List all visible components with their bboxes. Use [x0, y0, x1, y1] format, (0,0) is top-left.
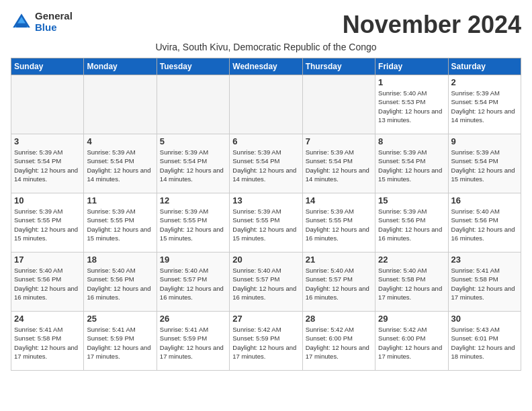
- day-info: Sunrise: 5:39 AM Sunset: 5:55 PM Dayligh…: [306, 207, 372, 242]
- day-info: Sunrise: 5:39 AM Sunset: 5:54 PM Dayligh…: [160, 148, 226, 183]
- calendar-cell: 17Sunrise: 5:40 AM Sunset: 5:56 PM Dayli…: [11, 253, 84, 312]
- day-number: 16: [451, 195, 518, 205]
- day-info: Sunrise: 5:39 AM Sunset: 5:56 PM Dayligh…: [378, 207, 445, 242]
- calendar-cell: 7Sunrise: 5:39 AM Sunset: 5:54 PM Daylig…: [302, 134, 375, 193]
- logo-general: General: [35, 11, 73, 22]
- day-info: Sunrise: 5:40 AM Sunset: 5:56 PM Dayligh…: [14, 266, 81, 302]
- day-number: 7: [306, 136, 372, 146]
- day-number: 13: [232, 195, 299, 205]
- day-info: Sunrise: 5:39 AM Sunset: 5:54 PM Dayligh…: [14, 148, 81, 183]
- calendar-day-header: Sunday: [11, 58, 84, 75]
- calendar-cell: [302, 75, 375, 134]
- day-info: Sunrise: 5:39 AM Sunset: 5:54 PM Dayligh…: [451, 89, 518, 124]
- day-info: Sunrise: 5:39 AM Sunset: 5:54 PM Dayligh…: [232, 148, 299, 183]
- day-info: Sunrise: 5:41 AM Sunset: 5:58 PM Dayligh…: [451, 266, 518, 302]
- calendar-cell: 4Sunrise: 5:39 AM Sunset: 5:54 PM Daylig…: [84, 134, 157, 193]
- day-number: 26: [160, 314, 226, 324]
- calendar-cell: 10Sunrise: 5:39 AM Sunset: 5:55 PM Dayli…: [11, 193, 84, 253]
- day-number: 22: [378, 255, 445, 265]
- calendar-day-header: Thursday: [302, 58, 375, 75]
- day-info: Sunrise: 5:39 AM Sunset: 5:54 PM Dayligh…: [87, 148, 153, 183]
- calendar-cell: 2Sunrise: 5:39 AM Sunset: 5:54 PM Daylig…: [448, 75, 521, 134]
- calendar-cell: 3Sunrise: 5:39 AM Sunset: 5:54 PM Daylig…: [11, 134, 84, 193]
- day-number: 14: [306, 195, 372, 205]
- day-info: Sunrise: 5:42 AM Sunset: 6:00 PM Dayligh…: [378, 325, 445, 361]
- day-info: Sunrise: 5:40 AM Sunset: 5:57 PM Dayligh…: [232, 266, 299, 302]
- calendar-cell: 18Sunrise: 5:40 AM Sunset: 5:56 PM Dayli…: [84, 253, 157, 312]
- day-info: Sunrise: 5:39 AM Sunset: 5:55 PM Dayligh…: [87, 207, 153, 242]
- calendar-cell: 22Sunrise: 5:40 AM Sunset: 5:58 PM Dayli…: [375, 253, 448, 312]
- day-number: 3: [14, 136, 81, 146]
- day-number: 20: [232, 255, 299, 265]
- day-number: 2: [451, 77, 518, 87]
- day-info: Sunrise: 5:40 AM Sunset: 5:56 PM Dayligh…: [87, 266, 153, 302]
- day-info: Sunrise: 5:41 AM Sunset: 5:59 PM Dayligh…: [160, 325, 226, 361]
- day-info: Sunrise: 5:40 AM Sunset: 5:57 PM Dayligh…: [160, 266, 226, 302]
- day-info: Sunrise: 5:40 AM Sunset: 5:53 PM Dayligh…: [378, 89, 445, 124]
- header: General Blue November 2024: [11, 11, 521, 39]
- calendar-cell: 24Sunrise: 5:41 AM Sunset: 5:58 PM Dayli…: [11, 312, 84, 371]
- calendar-week-row: 1Sunrise: 5:40 AM Sunset: 5:53 PM Daylig…: [11, 75, 521, 134]
- calendar-cell: 19Sunrise: 5:40 AM Sunset: 5:57 PM Dayli…: [157, 253, 229, 312]
- calendar-cell: [84, 75, 157, 134]
- calendar-table: SundayMondayTuesdayWednesdayThursdayFrid…: [11, 58, 521, 371]
- calendar-cell: [157, 75, 229, 134]
- logo-icon: [11, 11, 32, 33]
- day-number: 24: [14, 314, 81, 324]
- calendar-cell: 11Sunrise: 5:39 AM Sunset: 5:55 PM Dayli…: [84, 193, 157, 253]
- day-info: Sunrise: 5:43 AM Sunset: 6:01 PM Dayligh…: [451, 325, 518, 361]
- calendar-cell: 16Sunrise: 5:40 AM Sunset: 5:56 PM Dayli…: [448, 193, 521, 253]
- day-number: 17: [14, 255, 81, 265]
- day-info: Sunrise: 5:39 AM Sunset: 5:55 PM Dayligh…: [232, 207, 299, 242]
- calendar-cell: 1Sunrise: 5:40 AM Sunset: 5:53 PM Daylig…: [375, 75, 448, 134]
- calendar-cell: 30Sunrise: 5:43 AM Sunset: 6:01 PM Dayli…: [448, 312, 521, 371]
- calendar-cell: 21Sunrise: 5:40 AM Sunset: 5:57 PM Dayli…: [302, 253, 375, 312]
- calendar-cell: [230, 75, 302, 134]
- calendar-cell: 13Sunrise: 5:39 AM Sunset: 5:55 PM Dayli…: [230, 193, 302, 253]
- day-number: 9: [451, 136, 518, 146]
- day-info: Sunrise: 5:40 AM Sunset: 5:58 PM Dayligh…: [378, 266, 445, 302]
- day-info: Sunrise: 5:42 AM Sunset: 6:00 PM Dayligh…: [306, 325, 372, 361]
- day-info: Sunrise: 5:40 AM Sunset: 5:57 PM Dayligh…: [306, 266, 372, 302]
- calendar-week-row: 3Sunrise: 5:39 AM Sunset: 5:54 PM Daylig…: [11, 134, 521, 193]
- day-number: 27: [232, 314, 299, 324]
- day-number: 6: [232, 136, 299, 146]
- day-info: Sunrise: 5:39 AM Sunset: 5:54 PM Dayligh…: [451, 148, 518, 183]
- calendar-cell: 5Sunrise: 5:39 AM Sunset: 5:54 PM Daylig…: [157, 134, 229, 193]
- day-number: 11: [87, 195, 153, 205]
- day-info: Sunrise: 5:39 AM Sunset: 5:54 PM Dayligh…: [306, 148, 372, 183]
- day-info: Sunrise: 5:40 AM Sunset: 5:56 PM Dayligh…: [451, 207, 518, 242]
- day-number: 29: [378, 314, 445, 324]
- calendar-day-header: Saturday: [448, 58, 521, 75]
- calendar-day-header: Monday: [84, 58, 157, 75]
- day-number: 1: [378, 77, 445, 87]
- calendar-cell: 23Sunrise: 5:41 AM Sunset: 5:58 PM Dayli…: [448, 253, 521, 312]
- day-number: 28: [306, 314, 372, 324]
- calendar-day-header: Wednesday: [230, 58, 302, 75]
- calendar-cell: 28Sunrise: 5:42 AM Sunset: 6:00 PM Dayli…: [302, 312, 375, 371]
- calendar-cell: 8Sunrise: 5:39 AM Sunset: 5:54 PM Daylig…: [375, 134, 448, 193]
- day-info: Sunrise: 5:39 AM Sunset: 5:54 PM Dayligh…: [378, 148, 445, 183]
- calendar-cell: 20Sunrise: 5:40 AM Sunset: 5:57 PM Dayli…: [230, 253, 302, 312]
- day-number: 19: [160, 255, 226, 265]
- day-number: 15: [378, 195, 445, 205]
- day-number: 25: [87, 314, 153, 324]
- day-number: 21: [306, 255, 372, 265]
- calendar-day-header: Tuesday: [157, 58, 229, 75]
- calendar-cell: 29Sunrise: 5:42 AM Sunset: 6:00 PM Dayli…: [375, 312, 448, 371]
- day-number: 12: [160, 195, 226, 205]
- day-number: 30: [451, 314, 518, 324]
- day-number: 5: [160, 136, 226, 146]
- day-info: Sunrise: 5:41 AM Sunset: 5:58 PM Dayligh…: [14, 325, 81, 361]
- logo-text: General Blue: [35, 11, 73, 33]
- calendar-cell: 9Sunrise: 5:39 AM Sunset: 5:54 PM Daylig…: [448, 134, 521, 193]
- subtitle: Uvira, South Kivu, Democratic Republic o…: [11, 42, 521, 52]
- calendar-cell: 26Sunrise: 5:41 AM Sunset: 5:59 PM Dayli…: [157, 312, 229, 371]
- day-number: 10: [14, 195, 81, 205]
- calendar-cell: 25Sunrise: 5:41 AM Sunset: 5:59 PM Dayli…: [84, 312, 157, 371]
- day-info: Sunrise: 5:42 AM Sunset: 5:59 PM Dayligh…: [232, 325, 299, 361]
- day-number: 18: [87, 255, 153, 265]
- day-info: Sunrise: 5:41 AM Sunset: 5:59 PM Dayligh…: [87, 325, 153, 361]
- calendar-cell: [11, 75, 84, 134]
- calendar-week-row: 17Sunrise: 5:40 AM Sunset: 5:56 PM Dayli…: [11, 253, 521, 312]
